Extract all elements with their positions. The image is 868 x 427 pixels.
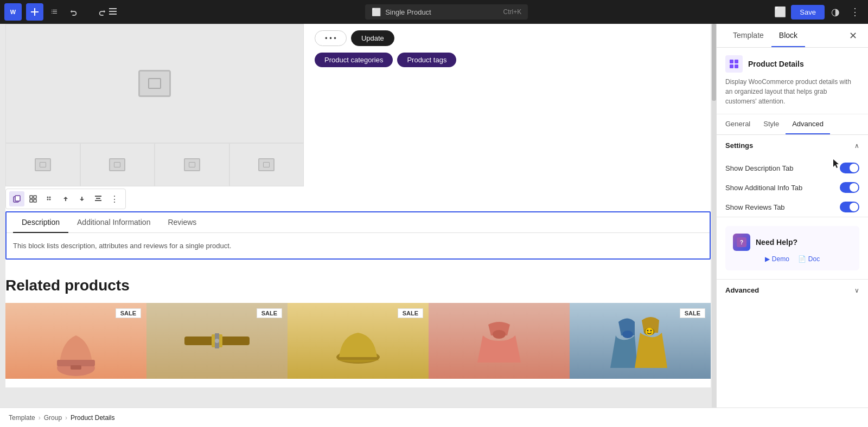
settings-section-header[interactable]: Settings ∧ (717, 135, 868, 156)
panel-tab-general[interactable]: General (719, 114, 757, 134)
sidebar-tab-template[interactable]: Template (725, 24, 771, 47)
svg-point-32 (647, 330, 649, 332)
block-tool-more[interactable]: ⋮ (107, 191, 122, 206)
block-tool-layout[interactable] (25, 191, 41, 206)
svg-rect-4 (109, 8, 117, 9)
options-button[interactable]: ⋮ (846, 3, 864, 21)
svg-text:?: ? (740, 240, 743, 245)
block-toolbar: ⋮ (5, 189, 126, 209)
block-name: Product Details (748, 60, 804, 68)
block-tool-up[interactable] (58, 191, 73, 206)
pill-btn-more[interactable]: • • • (315, 30, 347, 46)
sidebar-tabs: Template Block (725, 24, 805, 47)
svg-rect-34 (730, 60, 733, 63)
canvas-inner: ⋮ • • • Update Product categories Produc… (0, 24, 716, 407)
sidebar-close-button[interactable]: ✕ (847, 28, 859, 44)
panel-tab-style[interactable]: Style (757, 114, 786, 134)
canvas-scrollbar[interactable] (712, 24, 716, 407)
toggle-additional-info[interactable] (840, 182, 859, 193)
product-section: ⋮ • • • Update Product categories Produc… (5, 24, 711, 387)
toggle-row-description: Show Description Tab (717, 158, 868, 178)
thumb-icon-3 (184, 158, 200, 171)
product-card-2[interactable]: SALE (146, 303, 288, 379)
sidebar: Template Block ✕ Product D (716, 24, 868, 407)
breadcrumb-product-details[interactable]: Product Details (71, 414, 114, 422)
save-button[interactable]: Save (791, 5, 825, 20)
tag-pills: Product categories Product tags (315, 53, 700, 67)
thumbnail-4 (229, 143, 304, 186)
product-top: ⋮ • • • Update Product categories Produc… (5, 24, 711, 211)
svg-point-15 (49, 197, 51, 198)
svg-rect-17 (95, 196, 101, 197)
svg-rect-11 (30, 199, 33, 202)
settings-section: Settings ∧ Show Description Tab (717, 135, 868, 217)
toggle-label-reviews: Show Reviews Tab (725, 203, 785, 211)
sale-badge-1: SALE (116, 308, 141, 318)
tab-additional-info[interactable]: Additional Information (68, 212, 159, 233)
toolbar-left: W (4, 3, 122, 21)
wp-logo-icon[interactable]: W (4, 3, 22, 21)
product-card-5[interactable]: SALE (570, 303, 711, 379)
sidebar-header: Template Block ✕ (717, 24, 868, 48)
product-card-4[interactable] (429, 303, 570, 379)
product-tags-pill[interactable]: Product tags (397, 53, 456, 67)
svg-point-26 (215, 339, 219, 343)
related-products-title: Related products (5, 277, 711, 294)
product-card-1[interactable]: SALE (5, 303, 146, 379)
need-help-doc-link[interactable]: 📄 Doc (798, 255, 820, 263)
block-tool-copy[interactable] (9, 191, 24, 206)
tools-button[interactable] (46, 3, 63, 21)
svg-rect-12 (34, 199, 36, 202)
need-help-title: Need Help? (756, 238, 797, 247)
toggle-reviews[interactable] (840, 202, 859, 212)
svg-point-13 (47, 197, 49, 198)
search-bar-product-icon: ⬜ (372, 8, 381, 16)
svg-rect-36 (730, 64, 733, 68)
breadcrumb-sep-1: › (39, 414, 41, 422)
main-product-image (5, 24, 304, 143)
svg-rect-10 (34, 196, 36, 198)
undo-button[interactable] (65, 3, 82, 21)
toggle-label-description: Show Description Tab (725, 164, 794, 172)
svg-point-28 (493, 330, 506, 339)
preview-button[interactable]: ⬜ (771, 3, 789, 21)
advanced-title: Advanced (725, 286, 759, 294)
pill-btn-update[interactable]: Update (351, 30, 394, 46)
advanced-header[interactable]: Advanced ∨ (717, 280, 868, 301)
breadcrumb-group[interactable]: Group (44, 414, 62, 422)
sale-badge-3: SALE (398, 308, 423, 318)
need-help-icon: ? (733, 234, 750, 251)
need-help-demo-link[interactable]: ▶ Demo (765, 255, 789, 263)
sidebar-tab-block[interactable]: Block (771, 24, 805, 47)
list-view-button[interactable] (104, 3, 122, 21)
svg-point-31 (646, 328, 653, 335)
toggle-description[interactable] (840, 163, 859, 173)
svg-point-29 (622, 331, 633, 338)
product-card-3[interactable]: SALE (288, 303, 429, 379)
top-toolbar: W (0, 0, 868, 24)
tab-reviews[interactable]: Reviews (159, 212, 205, 233)
redo-button[interactable] (85, 3, 102, 21)
svg-point-16 (49, 199, 51, 200)
doc-label: Doc (808, 255, 820, 263)
block-tool-align[interactable] (91, 191, 106, 206)
toggle-row-reviews: Show Reviews Tab (717, 197, 868, 217)
tab-description[interactable]: Description (13, 212, 68, 233)
search-bar[interactable]: ⬜ Single Product Ctrl+K (365, 4, 528, 20)
block-tool-down[interactable] (74, 191, 90, 206)
product-categories-pill[interactable]: Product categories (315, 53, 393, 67)
panel-tab-advanced[interactable]: Advanced (786, 114, 830, 134)
thumbnail-row (5, 143, 304, 186)
toggle-row-additional-info: Show Additional Info Tab (717, 178, 868, 197)
dark-mode-button[interactable]: ◑ (827, 3, 844, 21)
panel-tabs: General Style Advanced (717, 114, 868, 135)
add-block-button[interactable] (26, 3, 43, 21)
sale-badge-5: SALE (680, 308, 705, 318)
svg-rect-19 (95, 200, 101, 201)
block-tool-move[interactable] (42, 191, 57, 206)
sidebar-body: Product Details Display WooCommerce prod… (717, 48, 868, 407)
breadcrumb-template[interactable]: Template (9, 414, 35, 422)
canvas[interactable]: ⋮ • • • Update Product categories Produc… (0, 24, 716, 407)
thumbnail-2 (80, 143, 155, 186)
canvas-scroll-thumb[interactable] (712, 24, 716, 101)
